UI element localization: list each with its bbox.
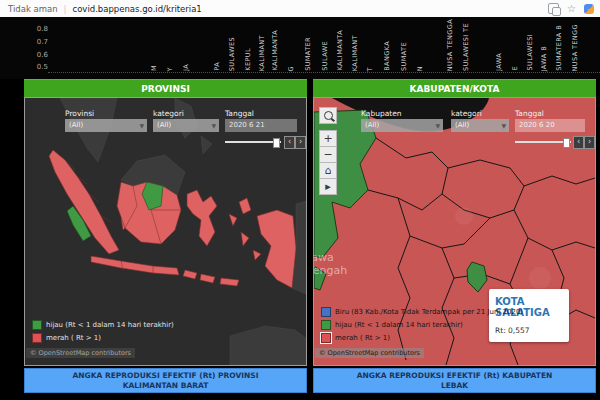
x-axis-label: SULAWE	[322, 41, 329, 71]
provinsi-dropdown[interactable]: (All) ▼	[65, 119, 147, 132]
tanggal-field[interactable]: 2020 6 21	[225, 119, 297, 132]
search-icon	[324, 111, 333, 120]
kategori-filter-label: kategori	[153, 109, 184, 118]
tanggal-field[interactable]: 2020 6 20	[515, 119, 585, 132]
x-axis-label: PA	[214, 62, 221, 71]
legend-swatch	[32, 320, 42, 330]
legend-swatch	[321, 307, 331, 317]
slider-next-button[interactable]: ›	[295, 136, 306, 149]
provinsi-dropdown-value: (All)	[69, 121, 83, 129]
footer-title: ANGKA REPRODUKSI EFEKTIF (Rt) KABUPATEN	[314, 371, 595, 381]
x-axis-label: SULAWESI	[527, 34, 534, 71]
tanggal-filter-label: Tanggal	[225, 109, 254, 118]
x-axis-label: T	[367, 67, 374, 71]
legend-label: merah ( Rt > 1)	[46, 334, 101, 342]
address-bar[interactable]: Tidak aman | covid.bappenas.go.id/kriter…	[0, 0, 600, 18]
legend-swatch	[32, 333, 42, 343]
x-axis-label: JAWA B	[541, 46, 548, 71]
slider-prev-button[interactable]: ‹	[284, 136, 295, 149]
x-axis-label: KALIMANT	[352, 35, 359, 71]
map-toolbar: + − ⌂ ▸	[319, 107, 337, 194]
x-axis-label: SUMATERA B	[556, 25, 563, 71]
chevron-down-icon: ▼	[139, 119, 144, 132]
slider-prev-button[interactable]: ‹	[573, 136, 584, 149]
top-chart-strip: 0.8 0.7 0.6 0.5 MYJAPASULAWESKEPULKALIMA…	[0, 17, 600, 79]
x-axis-label: KALIMANT	[259, 35, 266, 71]
x-axis-label: Y	[167, 67, 174, 71]
x-axis-label: JA	[183, 64, 190, 71]
map-search-button[interactable]	[319, 107, 337, 124]
x-axis-label: E	[512, 66, 519, 71]
x-axis-label: SUMATER	[305, 37, 312, 71]
security-label: Tidak aman	[8, 4, 58, 14]
divider: |	[64, 4, 67, 14]
x-axis-label: SULAWESI TE	[463, 23, 470, 71]
footer-title: ANGKA REPRODUKSI EFEKTIF (Rt) PROVINSI	[25, 371, 306, 381]
pan-mode-button[interactable]: ▸	[319, 178, 337, 195]
legend-label: hijau (Rt < 1 dalam 14 hari terakhir)	[46, 321, 174, 329]
kategori-dropdown[interactable]: (All) ▼	[153, 119, 219, 132]
chevron-down-icon: ▼	[501, 119, 506, 132]
x-axis-label: G	[288, 66, 295, 71]
legend-item[interactable]: Biru (83 Kab./Kota Tidak Terdampak per 2…	[321, 305, 523, 318]
legend-swatch	[321, 320, 331, 330]
legend-item[interactable]: merah ( Rt > 1)	[32, 331, 174, 344]
kabupaten-map[interactable]: + − ⌂ ▸ Kabupaten (All) ▼ kategori (All)…	[313, 97, 596, 366]
x-axis-label: SUMATE	[401, 42, 408, 71]
y-axis-tick: 0.6	[30, 51, 48, 59]
province-legend: hijau (Rt < 1 dalam 14 hari terakhir) me…	[32, 318, 174, 344]
browser-window: Tidak aman | covid.bappenas.go.id/kriter…	[0, 0, 600, 400]
tanggal-filter-label: Tanggal	[515, 109, 544, 118]
legend-item[interactable]: hijau (Rt < 1 dalam 14 hari terakhir)	[321, 318, 523, 331]
footer-region: LEBAK	[314, 381, 595, 391]
x-axis-label: M	[151, 65, 158, 71]
legend-label: merah ( Rt > 1)	[335, 334, 390, 342]
x-axis-label: N	[417, 66, 424, 71]
footer-region: KALIMANTAN BARAT	[25, 381, 306, 391]
url-text[interactable]: covid.bappenas.go.id/kriteria1	[72, 4, 201, 14]
legend-label: hijau (Rt < 1 dalam 14 hari terakhir)	[335, 321, 463, 329]
kabupaten-filter-label: Kabupaten	[361, 109, 402, 118]
x-axis-label: JAWA	[496, 53, 503, 71]
osm-attribution: © OpenStreetMap contributors	[26, 348, 135, 358]
dotted-gridline	[48, 72, 600, 73]
x-axis-label: BANGKA	[384, 41, 391, 71]
y-axis-tick: 0.8	[30, 25, 48, 33]
slider-next-button[interactable]: ›	[584, 136, 595, 149]
date-slider[interactable]	[515, 137, 571, 146]
kabupaten-legend: Biru (83 Kab./Kota Tidak Terdampak per 2…	[321, 305, 523, 344]
kategori-filter-label: kategori	[451, 109, 482, 118]
right-panel-header: KABUPATEN/KOTA	[313, 79, 596, 97]
legend-label: Biru (83 Kab./Kota Tidak Terdampak per 2…	[335, 308, 523, 316]
legend-item[interactable]: hijau (Rt < 1 dalam 14 hari terakhir)	[32, 318, 174, 331]
left-panel-header: PROVINSI	[24, 79, 307, 97]
x-axis-label: NUSA TENGG	[572, 24, 579, 71]
home-button[interactable]: ⌂	[319, 162, 337, 179]
translate-icon[interactable]	[548, 3, 559, 14]
legend-swatch	[321, 333, 331, 343]
chevron-down-icon: ▼	[211, 119, 216, 132]
kategori-dropdown-value: (All)	[157, 121, 171, 129]
province-map[interactable]: Provinsi (All) ▼ kategori (All) ▼ Tangga…	[24, 97, 307, 366]
osm-attribution: © OpenStreetMap contributors	[315, 348, 424, 358]
chevron-down-icon: ▼	[435, 119, 440, 132]
x-axis-label: SULAWES	[229, 37, 236, 71]
x-axis-label: KEPUL	[245, 48, 252, 71]
x-axis-label: NUSA TENGGA	[447, 19, 454, 71]
legend-item[interactable]: merah ( Rt > 1)	[321, 331, 523, 344]
kabupaten-dropdown-value: (All)	[365, 121, 379, 129]
date-slider[interactable]	[225, 137, 281, 146]
region-label: Jawa Tengah	[313, 251, 347, 277]
kabupaten-dropdown[interactable]: (All) ▼	[361, 119, 443, 132]
zoom-in-button[interactable]: +	[319, 130, 337, 147]
left-footer-bar: ANGKA REPRODUKSI EFEKTIF (Rt) PROVINSI K…	[24, 368, 307, 393]
kategori-dropdown-value: (All)	[455, 121, 469, 129]
zoom-out-button[interactable]: −	[319, 146, 337, 163]
bookmark-star-icon[interactable]: ☆	[567, 4, 576, 14]
provinsi-filter-label: Provinsi	[65, 109, 94, 118]
kategori-dropdown[interactable]: (All) ▼	[451, 119, 509, 132]
y-axis-tick: 0.5	[30, 63, 48, 71]
profile-avatar[interactable]	[584, 4, 594, 14]
y-axis-tick: 0.7	[30, 38, 48, 46]
x-axis-label: KALIMANTA	[337, 30, 344, 71]
